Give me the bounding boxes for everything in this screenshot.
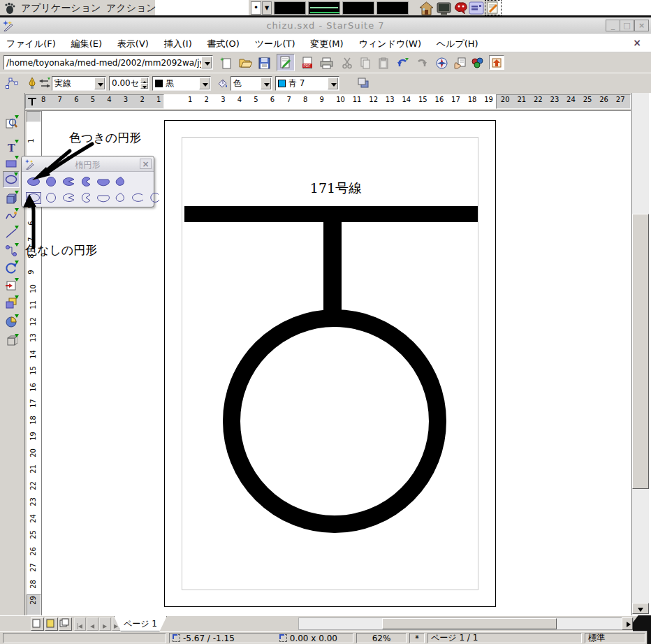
notes-launcher-selected[interactable]: [485, 0, 502, 15]
palette-ellipse-arc[interactable]: [131, 192, 146, 204]
palette-circle-segment-filled[interactable]: [113, 176, 129, 188]
window-thumbnail[interactable]: [376, 1, 409, 15]
horizontal-ruler[interactable]: 8765432112345678910111213141516171819202…: [25, 93, 631, 111]
window-thumbnail-terminal[interactable]: [308, 1, 340, 15]
zoom-tool[interactable]: [3, 115, 20, 131]
spin-up-icon[interactable]: [140, 78, 148, 83]
fill-color-dropdown-icon[interactable]: [328, 78, 338, 89]
menu-tools[interactable]: ツール(T): [255, 38, 295, 50]
scroll-down-button[interactable]: [632, 603, 649, 614]
prev-page-button[interactable]: ◀: [87, 617, 98, 631]
gimp-launcher-icon[interactable]: [453, 1, 468, 15]
panel-menu-actions[interactable]: アクション: [106, 2, 156, 15]
new-document-button[interactable]: [218, 54, 235, 71]
fill-color-select[interactable]: 青 7: [275, 76, 339, 91]
palette-ellipse-pie-outline[interactable]: [61, 192, 76, 204]
palette-circle-filled[interactable]: [43, 176, 59, 188]
url-combobox[interactable]: /home/toyonaka/med-med/2002/mm2092wa/jyc: [3, 55, 213, 70]
horizontal-scrollbar[interactable]: [298, 617, 634, 630]
palette-ellipse-filled[interactable]: [26, 176, 41, 188]
first-page-button[interactable]: |◀: [74, 617, 86, 631]
hscroll-right-button[interactable]: [622, 617, 633, 630]
copy-button[interactable]: [357, 54, 374, 71]
arrange-tool[interactable]: [3, 295, 20, 312]
window-titlebar[interactable]: chizu.sxd - StarSuite 7 _ □ ×: [0, 17, 651, 34]
gnome-foot-icon[interactable]: [3, 2, 16, 15]
normal-view-button[interactable]: [31, 617, 44, 631]
menu-edit[interactable]: 編集(E): [71, 38, 102, 50]
hscroll-thumb[interactable]: [382, 618, 557, 629]
spin-down-icon[interactable]: [140, 83, 148, 89]
rectangle-tool[interactable]: [3, 155, 20, 172]
insert-tool[interactable]: [3, 314, 20, 330]
palette-ellipse-segment-filled[interactable]: [96, 176, 111, 188]
road-horizontal-bar[interactable]: [184, 206, 478, 222]
status-zoom-cell[interactable]: 62%: [356, 633, 407, 643]
dialog-launcher-icon[interactable]: [469, 1, 484, 15]
maximize-button[interactable]: □: [620, 20, 634, 31]
palette-circle-outline[interactable]: [43, 192, 59, 204]
menu-help[interactable]: ヘルプ(H): [437, 38, 478, 50]
line-width-spinner[interactable]: 0.00セン: [109, 76, 149, 91]
line-color-select[interactable]: 黒: [152, 76, 211, 91]
station-circle[interactable]: [223, 309, 446, 533]
home-launcher-icon[interactable]: [419, 1, 434, 15]
export-pdf-button[interactable]: PDF: [299, 54, 316, 71]
menu-file[interactable]: ファイル(F): [6, 38, 56, 50]
menu-modify[interactable]: 変更(M): [310, 38, 343, 50]
panel-menu-applications[interactable]: アプリケーション: [21, 2, 101, 15]
effects-tool[interactable]: [3, 333, 20, 350]
vscroll-thumb[interactable]: [632, 214, 649, 489]
navigator-button[interactable]: [433, 54, 450, 71]
document-close-icon[interactable]: ×: [633, 37, 641, 48]
palette-circle-pie-filled[interactable]: [78, 176, 94, 188]
edit-points-button[interactable]: [3, 75, 20, 92]
hyperlink-button[interactable]: [451, 54, 468, 71]
cut-button[interactable]: [339, 54, 356, 71]
palette-circle-segment-outline[interactable]: [113, 192, 129, 204]
next-page-button[interactable]: ▶: [99, 617, 111, 631]
palette-ellipse-segment-outline[interactable]: [96, 192, 111, 204]
arrow-style-button[interactable]: [36, 75, 53, 92]
menu-format[interactable]: 書式(O): [207, 38, 240, 50]
rotate-tool[interactable]: [3, 260, 20, 277]
gallery-button[interactable]: [469, 54, 486, 71]
print-button[interactable]: [318, 54, 335, 71]
layer-view-button[interactable]: [59, 617, 72, 631]
palette-titlebar[interactable]: 楕円形 ×: [22, 156, 154, 172]
redo-button[interactable]: [413, 54, 430, 71]
master-view-button[interactable]: [45, 617, 58, 631]
url-dropdown-icon[interactable]: [201, 57, 212, 68]
objects3d-tool[interactable]: [3, 190, 20, 207]
curve-tool[interactable]: [3, 207, 20, 224]
ellipse-tool[interactable]: [3, 171, 20, 188]
palette-ellipse-outline[interactable]: [26, 192, 41, 204]
menu-window[interactable]: ウィンドウ(W): [359, 38, 422, 50]
window-list-dropdown[interactable]: ▼: [262, 1, 272, 15]
road-label-text[interactable]: 171号線: [273, 180, 399, 198]
fill-style-dropdown-icon[interactable]: [261, 78, 271, 89]
gallery-theme-button[interactable]: [489, 55, 504, 70]
window-thumbnail[interactable]: [342, 1, 374, 15]
line-color-dropdown-icon[interactable]: [199, 78, 210, 89]
undo-button[interactable]: [395, 54, 411, 71]
palette-circle-pie-outline[interactable]: [78, 192, 94, 204]
paste-button[interactable]: [375, 54, 392, 71]
window-thumbnail[interactable]: [274, 1, 306, 15]
minimize-button[interactable]: _: [606, 20, 620, 31]
vertical-scrollbar[interactable]: [631, 93, 649, 615]
palette-ellipse-pie-filled[interactable]: [61, 176, 76, 188]
road-vertical-bar[interactable]: [323, 221, 342, 312]
workspace-switcher-button[interactable]: •: [251, 1, 261, 15]
terminal-launcher-icon[interactable]: [437, 1, 451, 15]
menu-insert[interactable]: 挿入(I): [164, 38, 192, 50]
text-tool[interactable]: T: [3, 139, 20, 156]
fill-style-select[interactable]: 色: [231, 76, 272, 91]
status-style-cell[interactable]: 標準: [585, 633, 645, 643]
palette-circle-arc[interactable]: [148, 192, 163, 204]
close-button[interactable]: ×: [634, 20, 649, 31]
shadow-button[interactable]: [355, 75, 372, 92]
save-button[interactable]: [256, 54, 272, 71]
page-tab[interactable]: ページ 1: [114, 616, 167, 631]
connector-tool[interactable]: [3, 242, 20, 259]
